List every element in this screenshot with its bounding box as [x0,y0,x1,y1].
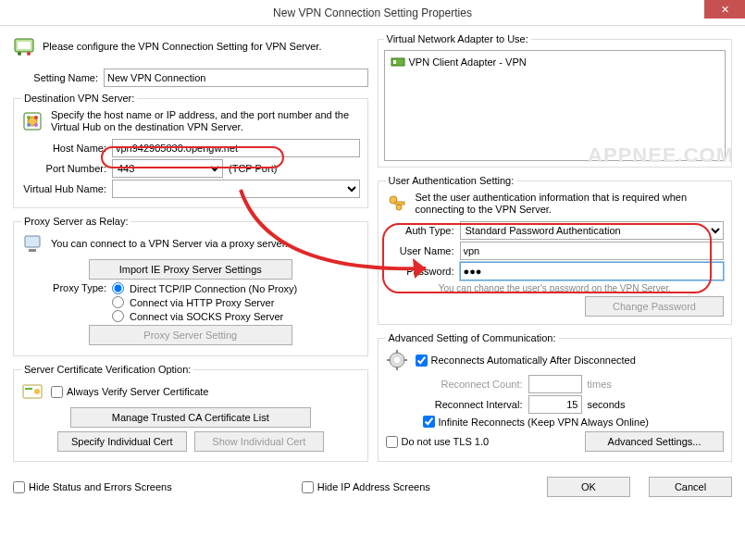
svg-rect-18 [395,202,404,205]
reconnect-count-label: Reconnect Count: [412,379,523,390]
setting-name-label: Setting Name: [13,72,98,83]
adapter-legend: Virtual Network Adapter to Use: [384,33,531,44]
svg-rect-11 [29,249,36,252]
no-tls-checkbox[interactable]: Do not use TLS 1.0 [386,436,490,448]
change-password-button[interactable]: Change Password [585,296,724,317]
gear-icon [386,349,408,371]
auth-legend: User Authentication Setting: [386,175,517,186]
cert-legend: Server Certificate Verification Option: [21,364,193,375]
hub-icon [21,110,43,132]
network-adapter-icon [391,56,405,68]
reconnect-count-unit: times [588,379,612,390]
host-label: Host Name: [21,143,106,154]
auth-note: You can change the user's password on th… [386,283,725,293]
proxy-icon [21,232,43,255]
proxy-direct-radio[interactable]: Direct TCP/IP Connection (No Proxy) [112,282,297,294]
cert-icon [21,380,43,403]
username-input[interactable] [460,242,725,260]
port-label: Port Number: [21,163,106,174]
show-cert-button[interactable]: Show Individual Cert [194,431,324,452]
svg-rect-16 [393,60,396,64]
reconnect-auto-checkbox[interactable]: Reconnects Automatically After Disconnec… [416,355,636,367]
proxy-hint: You can connect to a VPN Server via a pr… [51,238,288,249]
setting-name-input[interactable] [104,68,368,87]
hide-ip-checkbox[interactable]: Hide IP Address Screens [302,481,430,493]
username-label: User Name: [386,245,454,256]
svg-point-19 [396,205,402,210]
import-ie-proxy-button[interactable]: Import IE Proxy Server Settings [89,259,292,280]
virtual-hub-select[interactable] [112,180,360,198]
advanced-settings-button[interactable]: Advanced Settings... [585,431,724,452]
always-verify-checkbox[interactable]: Always Verify Server Certificate [51,386,208,398]
auth-hint: Set the user authentication information … [416,192,725,216]
hide-status-checkbox[interactable]: Hide Status and Errors Screens [13,481,172,493]
advanced-legend: Advanced Setting of Communication: [386,332,559,343]
port-number-select[interactable]: 443 [112,159,223,178]
close-button[interactable]: ✕ [704,0,745,19]
destination-legend: Destination VPN Server: [21,93,137,104]
svg-point-9 [34,123,38,127]
password-input[interactable] [460,262,725,280]
infinite-reconnect-checkbox[interactable]: Infinite Reconnects (Keep VPN Always Onl… [423,416,649,428]
intro-row: Please configure the VPN Connection Sett… [13,33,368,63]
adapter-listbox[interactable]: VPN Client Adapter - VPN [384,50,726,161]
left-column: Please configure the VPN Connection Sett… [13,33,368,466]
auth-group: User Authentication Setting: Set the use… [378,175,733,325]
title-bar: New VPN Connection Setting Properties ✕ [0,0,745,26]
auth-type-label: Auth Type: [386,225,454,236]
ok-button[interactable]: OK [547,477,630,497]
adapter-group: Virtual Network Adapter to Use: VPN Clie… [378,33,733,168]
port-note: (TCP Port) [229,163,277,174]
proxy-socks-radio[interactable]: Connect via SOCKS Proxy Server [112,310,297,322]
reconnect-interval-unit: seconds [588,399,626,410]
keys-icon [386,193,408,215]
close-icon: ✕ [721,4,729,16]
proxy-http-radio[interactable]: Connect via HTTP Proxy Server [112,296,297,308]
host-name-input[interactable] [112,139,360,157]
svg-rect-10 [25,236,40,247]
destination-hint: Specify the host name or IP address, and… [51,109,360,133]
proxy-group: Proxy Server as Relay: You can connect t… [13,216,368,356]
vhub-label: Virtual Hub Name: [21,183,106,194]
svg-rect-1 [18,42,31,49]
window-title: New VPN Connection Setting Properties [273,6,472,19]
proxy-legend: Proxy Server as Relay: [21,216,130,227]
svg-point-2 [18,52,21,56]
cancel-button[interactable]: Cancel [649,477,732,497]
svg-point-8 [27,123,31,127]
svg-point-3 [27,52,31,56]
reconnect-count-input [528,375,582,393]
vpn-icon [13,35,35,57]
proxy-type-label: Proxy Type: [21,282,106,293]
intro-text: Please configure the VPN Connection Sett… [43,41,321,52]
advanced-group: Advanced Setting of Communication: Recon… [378,332,733,462]
svg-point-7 [34,116,38,119]
svg-point-21 [394,357,400,363]
password-label: Password: [386,266,454,277]
adapter-item[interactable]: VPN Client Adapter - VPN [389,55,722,69]
bottom-bar: Hide Status and Errors Screens Hide IP A… [0,471,745,506]
proxy-setting-button[interactable]: Proxy Server Setting [89,325,292,345]
cert-group: Server Certificate Verification Option: … [13,364,368,462]
specify-cert-button[interactable]: Specify Individual Cert [57,431,187,452]
reconnect-interval-label: Reconnect Interval: [412,399,523,410]
right-column: Virtual Network Adapter to Use: VPN Clie… [378,33,733,466]
auth-type-select[interactable]: Standard Password Authentication [460,221,725,240]
reconnect-interval-input[interactable] [528,395,582,414]
svg-point-6 [27,116,31,119]
destination-group: Destination VPN Server: Specify the host… [13,93,368,208]
manage-ca-button[interactable]: Manage Trusted CA Certificate List [70,407,311,428]
svg-point-13 [34,389,40,394]
